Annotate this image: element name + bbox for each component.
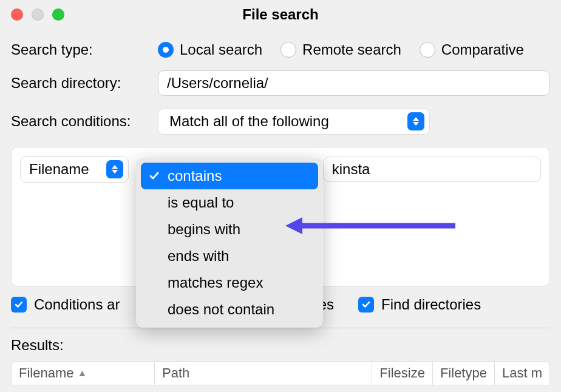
sort-arrow-icon: ▲: [77, 368, 87, 379]
checkbox-label: Find directories: [381, 296, 481, 313]
radio-label: Comparative: [441, 41, 524, 58]
search-directory-label: Search directory:: [11, 75, 158, 92]
dropdown-item-label: matches regex: [168, 274, 263, 291]
select-arrows-icon: [106, 160, 123, 178]
divider: [11, 328, 550, 328]
dropdown-item-label: contains: [168, 167, 222, 184]
condition-value-input[interactable]: [323, 157, 541, 182]
radio-label: Local search: [180, 41, 262, 58]
dropdown-item-ends[interactable]: ✓ ends with: [141, 243, 318, 269]
radio-icon: [158, 42, 174, 58]
field-select[interactable]: Filename: [20, 156, 129, 183]
radio-remote-search[interactable]: Remote search: [280, 41, 401, 58]
conditions-checkbox[interactable]: Conditions ar: [11, 296, 120, 313]
results-header-filetype[interactable]: Filetype: [433, 362, 495, 385]
select-arrows-icon: [407, 112, 424, 130]
svg-marker-1: [285, 217, 302, 234]
maximize-button[interactable]: [52, 8, 64, 21]
radio-comparative-search[interactable]: Comparative: [420, 41, 524, 58]
annotation-arrow: [285, 214, 461, 240]
results-header-path[interactable]: Path: [155, 362, 372, 385]
select-value: Match all of the following: [169, 113, 329, 130]
checkbox-icon: [358, 297, 374, 313]
find-directories-checkbox[interactable]: Find directories: [358, 296, 481, 313]
dropdown-item-not-contain[interactable]: ✓ does not contain: [141, 296, 318, 323]
dropdown-item-label: is equal to: [168, 194, 234, 211]
results-header-filesize[interactable]: Filesize: [372, 362, 433, 385]
results-table: Filename ▲ Path Filesize Filetype Last m: [11, 361, 550, 385]
operator-dropdown-menu: contains ✓ is equal to ✓ begins with ✓ e…: [136, 158, 323, 328]
dropdown-item-equal[interactable]: ✓ is equal to: [141, 189, 318, 216]
search-type-label: Search type:: [11, 41, 158, 58]
field-value: Filename: [29, 161, 89, 178]
results-label: Results:: [11, 337, 550, 354]
minimize-button[interactable]: [32, 8, 44, 21]
dropdown-item-label: ends with: [168, 248, 229, 265]
radio-label: Remote search: [302, 41, 401, 58]
close-button[interactable]: [11, 8, 23, 21]
search-type-radio-group: Local search Remote search Comparative: [158, 41, 524, 58]
checkbox-label: Conditions ar: [34, 296, 120, 313]
search-conditions-row: Search conditions: Match all of the foll…: [11, 108, 550, 135]
window-controls: [11, 8, 64, 21]
radio-icon: [280, 42, 296, 58]
dropdown-item-label: does not contain: [168, 301, 274, 318]
titlebar: File search: [0, 0, 561, 29]
search-directory-input[interactable]: [158, 70, 550, 96]
radio-icon: [420, 42, 435, 58]
conditions-match-select[interactable]: Match all of the following: [158, 108, 430, 135]
radio-local-search[interactable]: Local search: [158, 41, 262, 58]
checkmark-icon: [148, 171, 160, 181]
dropdown-item-contains[interactable]: contains: [141, 163, 318, 189]
dropdown-item-regex[interactable]: ✓ matches regex: [141, 269, 318, 296]
search-type-row: Search type: Local search Remote search …: [11, 41, 550, 58]
search-directory-row: Search directory:: [11, 70, 550, 96]
search-conditions-label: Search conditions:: [11, 113, 158, 130]
dropdown-item-label: begins with: [168, 221, 240, 238]
checkbox-icon: [11, 297, 27, 313]
results-header-last[interactable]: Last m: [495, 362, 549, 385]
file-search-window: File search Search type: Local search Re…: [0, 0, 561, 392]
window-title: File search: [242, 6, 318, 23]
results-header-filename[interactable]: Filename ▲: [12, 362, 155, 385]
